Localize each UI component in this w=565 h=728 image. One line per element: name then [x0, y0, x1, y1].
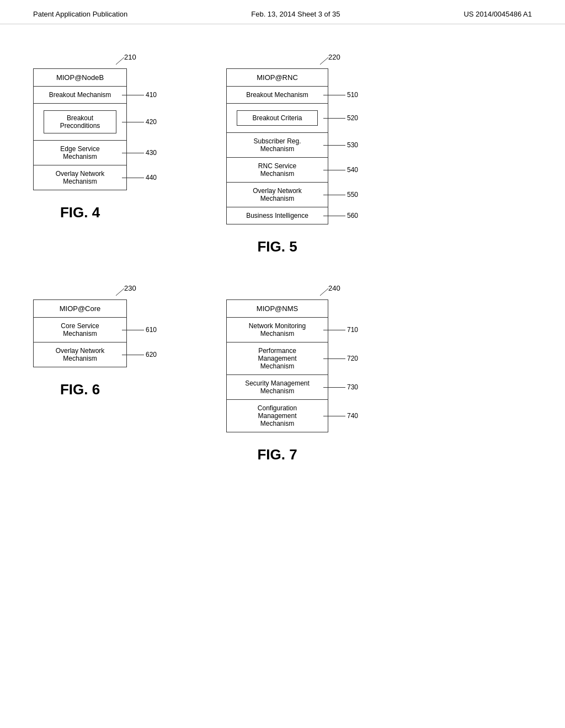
fig4-item-2-inner: BreakoutPreconditions [44, 110, 116, 133]
fig4-ref-410: 410 [122, 91, 157, 99]
fig7-ref-730: 730 [323, 383, 358, 391]
fig6-item-1: Core ServiceMechanism 610 [34, 318, 126, 342]
fig7-ref-740: 740 [323, 412, 358, 420]
fig7-item-2: PerformanceManagementMechanism 720 [227, 342, 328, 375]
fig4-ref-440: 440 [122, 174, 157, 181]
fig7-bracket-svg [317, 286, 334, 297]
fig5-ref-540: 540 [323, 166, 358, 174]
fig7-caption: FIG. 7 [226, 446, 328, 463]
fig5-ref-560: 560 [323, 212, 358, 220]
fig5-item-2-inner: Breakout Criteria [237, 110, 318, 126]
fig5-item-2: Breakout Criteria 520 [227, 104, 328, 133]
fig5-title: MIOP@RNC [227, 69, 328, 87]
fig6-title: MIOP@Core [34, 300, 126, 318]
fig4-block: 210 MIOP@NodeB Breakout Mechanism 410 Br… [33, 57, 127, 221]
fig5-bracket-svg [317, 55, 334, 66]
fig7-ref-720: 720 [323, 355, 358, 362]
fig4-item-1: Breakout Mechanism 410 [34, 87, 126, 104]
fig4-item-4-label: Overlay NetworkMechanism [56, 170, 105, 185]
fig5-item-4: RNC ServiceMechanism 540 [227, 158, 328, 183]
fig4-ref-420: 420 [122, 118, 157, 126]
header-right: US 2014/0045486 A1 [463, 10, 532, 18]
page-header: Patent Application Publication Feb. 13, … [0, 0, 565, 24]
fig5-ref-510: 510 [323, 91, 358, 99]
fig5-item-3: Subscriber Reg.Mechanism 530 [227, 133, 328, 158]
fig6-block: 230 MIOP@Core Core ServiceMechanism 610 … [33, 288, 127, 398]
fig5-item-5: Overlay NetworkMechanism 550 [227, 183, 328, 207]
fig5-item-6: Business Intelligence 560 [227, 207, 328, 224]
fig4-bracket-svg [113, 55, 130, 66]
fig4-title: MIOP@NodeB [34, 69, 126, 87]
fig5-ref-530: 530 [323, 141, 358, 149]
fig4-item-2: BreakoutPreconditions 420 [34, 104, 126, 141]
fig4-item-3-label: Edge ServiceMechanism [60, 145, 99, 160]
fig7-block: 240 MIOP@NMS Network MonitoringMechanism… [226, 288, 328, 463]
fig4-item-4: Overlay NetworkMechanism 440 [34, 165, 126, 190]
fig5-ref-520: 520 [323, 114, 358, 122]
main-content: 210 MIOP@NodeB Breakout Mechanism 410 Br… [0, 24, 565, 513]
fig6-item-2: Overlay NetworkMechanism 620 [34, 342, 126, 367]
fig4-diagram: MIOP@NodeB Breakout Mechanism 410 Breako… [33, 68, 127, 190]
fig7-item-3: Security ManagementMechanism 730 [227, 375, 328, 400]
fig7-item-1: Network MonitoringMechanism 710 [227, 318, 328, 342]
fig4-item-3: Edge ServiceMechanism 430 [34, 141, 126, 165]
fig6-ref-610: 610 [122, 326, 157, 334]
svg-line-2 [116, 288, 124, 296]
svg-line-3 [320, 288, 328, 296]
fig7-ref-710: 710 [323, 326, 358, 334]
header-middle: Feb. 13, 2014 Sheet 3 of 35 [251, 10, 340, 18]
fig6-ref-620: 620 [122, 351, 157, 358]
svg-line-0 [116, 57, 124, 65]
fig7-item-4: ConfigurationManagementMechanism 740 [227, 400, 328, 432]
header-left: Patent Application Publication [33, 10, 127, 18]
svg-line-1 [320, 57, 328, 65]
fig4-ref-430: 430 [122, 149, 157, 157]
fig5-caption: FIG. 5 [226, 238, 328, 255]
fig6-caption: FIG. 6 [33, 381, 127, 398]
fig7-title: MIOP@NMS [227, 300, 328, 318]
fig6-diagram: MIOP@Core Core ServiceMechanism 610 Over… [33, 299, 127, 367]
fig5-ref-550: 550 [323, 191, 358, 199]
fig7-diagram: MIOP@NMS Network MonitoringMechanism 710… [226, 299, 328, 432]
fig5-block: 220 MIOP@RNC Breakout Mechanism 510 Brea… [226, 57, 328, 255]
fig4-caption: FIG. 4 [33, 204, 127, 221]
fig4-item-1-label: Breakout Mechanism [49, 91, 111, 99]
fig5-item-1: Breakout Mechanism 510 [227, 87, 328, 104]
fig5-diagram: MIOP@RNC Breakout Mechanism 510 Breakout… [226, 68, 328, 224]
fig6-bracket-svg [113, 286, 130, 297]
